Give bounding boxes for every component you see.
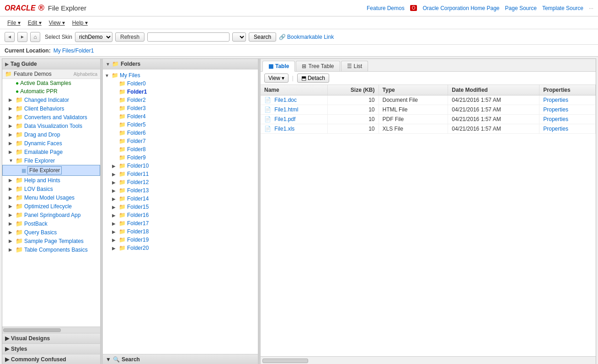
folder2-link[interactable]: Folder2 [127,97,146,103]
tree-item-menu[interactable]: ▶ 📁 Menu Model Usages [2,193,100,202]
folder-item-15[interactable]: ▶ 📁 Folder15 [103,203,258,211]
tree-item-file-explorer-parent[interactable]: ▼ 📁 File Explorer [2,156,100,165]
dataviz-link[interactable]: Data Visualization Tools [24,123,82,129]
help-link[interactable]: Help and Hints [24,177,60,184]
folder9-link[interactable]: Folder9 [127,154,146,161]
folder-item-18[interactable]: ▶ 📁 Folder18 [103,227,258,236]
client-link[interactable]: Client Behaviors [24,106,64,112]
sample-link[interactable]: Sample Page Templates [24,238,84,244]
folder14-link[interactable]: Folder14 [127,195,149,202]
root-link[interactable]: My Files [120,72,140,79]
folder15-link[interactable]: Folder15 [127,204,149,210]
folder4-link[interactable]: Folder4 [127,113,146,120]
tree-item-auto-ppr[interactable]: ● Automatic PPR [2,87,100,95]
page-source-link[interactable]: Page Source [505,5,537,11]
tree-item-optimized[interactable]: ▶ 📁 Optimized Lifecycle [2,202,100,211]
postback-link[interactable]: PostBack [24,221,48,227]
tab-list[interactable]: ☰ List [341,61,368,71]
visual-designs-panel[interactable]: ▶ Visual Designs [2,333,100,343]
folder-root[interactable]: ▼ 📁 My Files [103,71,258,79]
skin-select[interactable]: richDemo [75,32,112,42]
tree-item-panel[interactable]: ▶ 📁 Panel Springboard App [2,211,100,219]
tree-item-changed[interactable]: ▶ 📁 Changed Indicator [2,95,100,104]
folder-item-14[interactable]: ▶ 📁 Folder14 [103,195,258,203]
folder13-link[interactable]: Folder13 [127,187,149,194]
styles-panel[interactable]: ▶ Styles [2,343,100,354]
tree-item-converters[interactable]: ▶ 📁 Converters and Validators [2,113,100,121]
tree-item-help[interactable]: ▶ 📁 Help and Hints [2,176,100,185]
folder-item-9[interactable]: 📁 Folder9 [103,153,258,162]
tree-item-client[interactable]: ▶ 📁 Client Behaviors [2,104,100,113]
tab-table[interactable]: ▦ Table [262,61,295,72]
tree-item-lov[interactable]: ▶ 📁 LOV Basics [2,185,100,193]
folder-item-7[interactable]: 📁 Folder7 [103,137,258,145]
folder-item-2[interactable]: 📁 Folder2 [103,96,258,104]
home-button[interactable]: ⌂ [30,32,40,42]
tree-item-sample[interactable]: ▶ 📁 Sample Page Templates [2,237,100,245]
tree-item-dynamic[interactable]: ▶ 📁 Dynamic Faces [2,139,100,148]
horizontal-scrollbar[interactable] [262,359,308,363]
folders-header[interactable]: ▼ 📁 Folders [103,59,258,69]
folder-item-4[interactable]: 📁 Folder4 [103,112,258,121]
search-button[interactable]: Search [249,32,276,42]
folder6-link[interactable]: Folder6 [127,130,146,136]
menu-file[interactable]: File ▾ [5,19,23,27]
tree-item-table[interactable]: ▶ 📁 Table Components Basics [2,245,100,254]
tree-item-postback[interactable]: ▶ 📁 PostBack [2,219,100,228]
tag-guide-header[interactable]: ▶ Tag Guide [2,59,100,69]
more-icon[interactable]: ··· [589,5,593,11]
converters-link[interactable]: Converters and Validators [24,114,87,121]
folder5-link[interactable]: Folder5 [127,121,146,128]
folder-item-8[interactable]: 📁 Folder8 [103,145,258,153]
search-input[interactable] [147,32,230,42]
tree-item-query[interactable]: ▶ 📁 Query Basics [2,228,100,237]
feature-demos-link[interactable]: Feature Demos [367,5,405,11]
back-button[interactable]: ◄ [5,32,15,42]
file-link-html[interactable]: File1.html [274,106,298,113]
props-link-pdf[interactable]: Properties [543,116,568,122]
emailable-link[interactable]: Emailable Page [24,149,63,155]
props-link-xls[interactable]: Properties [543,126,568,132]
tree-item-dataviz[interactable]: ▶ 📁 Data Visualization Tools [2,121,100,130]
auto-ppr-link[interactable]: Automatic PPR [20,88,57,95]
file-link-pdf[interactable]: File1.pdf [274,116,295,122]
folder-item-3[interactable]: 📁 Folder3 [103,104,258,112]
folder-item-13[interactable]: ▶ 📁 Folder13 [103,186,258,195]
feature-demos-section[interactable]: 📁 Feature Demos Alphabetica [2,69,100,79]
folder12-link[interactable]: Folder12 [127,179,149,185]
folder1-link[interactable]: Folder1 [127,89,147,95]
panel-link[interactable]: Panel Springboard App [24,212,80,218]
folder19-link[interactable]: Folder19 [127,237,149,243]
folder-item-1[interactable]: 📁 Folder1 [103,88,258,96]
menu-edit[interactable]: Edit ▾ [25,19,44,27]
folder7-link[interactable]: Folder7 [127,138,146,144]
tree-item-emailable[interactable]: ▶ 📁 Emailable Page [2,148,100,156]
drag-link[interactable]: Drag and Drop [24,132,60,138]
tree-item-file-explorer-leaf[interactable]: ▦ File Explorer [2,165,100,176]
folder10-link[interactable]: Folder10 [127,163,149,169]
folder-item-20[interactable]: ▶ 📁 Folder20 [103,244,258,252]
file-explorer-parent-link[interactable]: File Explorer [24,158,55,164]
changed-link[interactable]: Changed Indicator [24,97,69,103]
folder-item-10[interactable]: ▶ 📁 Folder10 [103,162,258,170]
optimized-link[interactable]: Optimized Lifecycle [24,203,72,210]
folder11-link[interactable]: Folder11 [127,171,149,177]
template-source-link[interactable]: Template Source [542,5,583,11]
dynamic-link[interactable]: Dynamic Faces [24,140,62,147]
search-panel-header[interactable]: ▼ 🔍 Search [103,354,258,364]
folder16-link[interactable]: Folder16 [127,212,149,218]
props-link-doc[interactable]: Properties [543,97,568,103]
lov-link[interactable]: LOV Basics [24,186,53,192]
folder-item-0[interactable]: 📁 Folder0 [103,79,258,88]
commonly-confused-panel[interactable]: ▶ Commonly Confused [2,354,100,364]
folder18-link[interactable]: Folder18 [127,228,149,235]
folder-item-5[interactable]: 📁 Folder5 [103,121,258,129]
search-type-select[interactable] [232,32,246,42]
table-link[interactable]: Table Components Basics [24,247,88,253]
folder-item-17[interactable]: ▶ 📁 Folder17 [103,219,258,227]
folder-item-12[interactable]: ▶ 📁 Folder12 [103,178,258,186]
active-data-link[interactable]: Active Data Samples [20,80,71,86]
folder3-link[interactable]: Folder3 [127,105,146,111]
menu-view[interactable]: View ▾ [46,19,68,27]
tree-item-drag[interactable]: ▶ 📁 Drag and Drop [2,130,100,139]
